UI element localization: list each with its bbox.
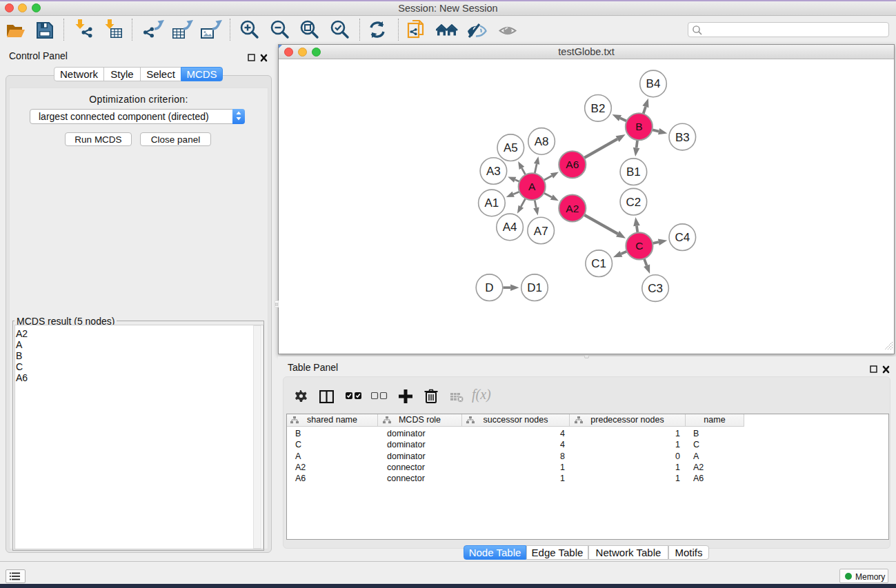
- svg-text:D1: D1: [527, 281, 542, 294]
- svg-text:A8: A8: [535, 135, 549, 148]
- svg-text:B2: B2: [591, 102, 606, 115]
- svg-text:A6: A6: [566, 159, 579, 170]
- svg-text:A1: A1: [485, 196, 499, 210]
- svg-text:C3: C3: [648, 282, 663, 295]
- svg-text:A5: A5: [504, 141, 518, 154]
- svg-text:B1: B1: [626, 165, 641, 179]
- svg-text:f(x): f(x): [472, 388, 491, 403]
- svg-text:B3: B3: [675, 131, 690, 144]
- svg-text:D: D: [485, 281, 493, 294]
- svg-text:A2: A2: [566, 203, 579, 214]
- svg-text:B: B: [635, 121, 642, 132]
- svg-text:A3: A3: [486, 165, 501, 178]
- svg-text:C2: C2: [626, 196, 641, 209]
- svg-text:A4: A4: [503, 221, 517, 234]
- svg-text:C4: C4: [675, 231, 690, 244]
- svg-text:B4: B4: [646, 77, 661, 90]
- svg-text:C1: C1: [591, 257, 606, 270]
- svg-text:C: C: [635, 240, 643, 252]
- svg-text:A: A: [528, 181, 536, 192]
- svg-text:A7: A7: [534, 225, 548, 238]
